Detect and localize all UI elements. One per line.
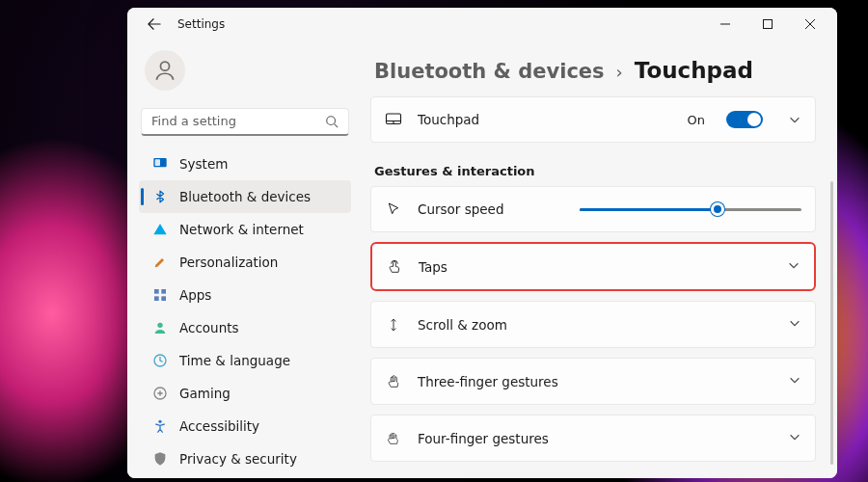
setting-row-scroll-zoom[interactable]: Scroll & zoom	[370, 301, 816, 348]
cursor-speed-slider[interactable]	[580, 201, 801, 217]
chevron-down-icon	[787, 257, 800, 276]
svg-rect-6	[161, 289, 166, 294]
setting-row-label: Cursor speed	[418, 201, 503, 217]
maximize-button[interactable]	[746, 10, 789, 39]
tap-icon	[386, 258, 403, 276]
setting-row-label: Three-finger gestures	[418, 374, 558, 389]
touchpad-icon	[385, 111, 402, 128]
back-arrow-icon	[148, 17, 161, 31]
setting-row-label: Four-finger gestures	[418, 431, 549, 446]
search-input[interactable]	[141, 108, 349, 136]
touchpad-toggle-label: Touchpad	[418, 112, 479, 127]
person-silhouette-icon	[152, 58, 177, 83]
minimize-button[interactable]	[704, 10, 746, 39]
sidebar-item-label: Gaming	[179, 386, 231, 401]
breadcrumb-parent[interactable]: Bluetooth & devices	[374, 60, 605, 83]
chevron-down-icon	[788, 429, 801, 447]
svg-rect-4	[155, 159, 160, 166]
scroll-icon	[385, 316, 402, 334]
person-icon	[152, 320, 168, 335]
close-icon	[805, 19, 815, 29]
content-pane: Bluetooth & devices › Touchpad Touchpad …	[363, 40, 837, 478]
sidebar-item-accessibility[interactable]: Accessibility	[139, 410, 351, 442]
titlebar: Settings	[127, 8, 837, 40]
section-heading: Gestures & interaction	[370, 148, 816, 186]
back-button[interactable]	[141, 11, 168, 38]
touchpad-toggle-card[interactable]: Touchpad On	[370, 96, 816, 143]
chevron-down-icon	[788, 113, 801, 126]
window-title: Settings	[177, 17, 225, 31]
sidebar-item-personalization[interactable]: Personalization	[139, 246, 351, 279]
sidebar-item-network-internet[interactable]: Network & internet	[139, 213, 351, 246]
sidebar-item-time-language[interactable]: Time & language	[139, 344, 351, 377]
wifi-icon	[152, 222, 168, 237]
sidebar-item-label: Accounts	[179, 320, 239, 335]
svg-rect-7	[154, 296, 159, 301]
breadcrumb: Bluetooth & devices › Touchpad	[370, 52, 816, 96]
sidebar-item-label: Accessibility	[179, 418, 259, 434]
settings-rows: Cursor speedTapsScroll & zoomThree-finge…	[370, 186, 816, 468]
svg-rect-0	[764, 20, 773, 29]
sidebar-item-label: Privacy & security	[179, 451, 297, 467]
paintbrush-icon	[152, 254, 168, 270]
maximize-icon	[763, 19, 773, 29]
search-icon	[325, 115, 339, 128]
breadcrumb-separator-icon: ›	[616, 62, 623, 82]
sidebar-item-accounts[interactable]: Accounts	[139, 311, 351, 344]
minimize-icon	[720, 19, 730, 29]
setting-row-four-finger-gestures[interactable]: Four-finger gestures	[370, 415, 816, 462]
sidebar-item-label: System	[179, 156, 228, 172]
sidebar-item-label: Apps	[179, 287, 211, 303]
gaming-icon	[152, 386, 168, 401]
four-finger-icon	[385, 430, 402, 447]
settings-window: Settings SystemBluetooth & devicesNetwor…	[127, 8, 837, 478]
svg-point-12	[158, 419, 161, 422]
bluetooth-icon	[152, 189, 168, 204]
sidebar-item-bluetooth-devices[interactable]: Bluetooth & devices	[139, 180, 351, 213]
sidebar-item-label: Network & internet	[179, 222, 304, 237]
chevron-down-icon	[788, 372, 801, 390]
svg-point-2	[327, 117, 336, 125]
sidebar-item-apps[interactable]: Apps	[139, 279, 351, 311]
close-button[interactable]	[789, 10, 831, 39]
chevron-down-icon	[788, 315, 801, 334]
setting-row-taps[interactable]: Taps	[370, 242, 816, 291]
display-icon	[152, 156, 168, 172]
toggle-state-label: On	[688, 113, 705, 127]
svg-point-1	[160, 62, 169, 70]
user-avatar[interactable]	[145, 50, 185, 91]
three-finger-icon	[385, 373, 402, 390]
svg-rect-8	[161, 296, 166, 301]
cursor-icon	[385, 201, 402, 218]
svg-point-9	[157, 322, 162, 327]
setting-row-label: Scroll & zoom	[418, 317, 507, 333]
sidebar-item-gaming[interactable]: Gaming	[139, 377, 351, 410]
clock-globe-icon	[152, 353, 168, 368]
sidebar-item-privacy-security[interactable]: Privacy & security	[139, 442, 351, 467]
search-field[interactable]	[151, 114, 325, 128]
nav-list: SystemBluetooth & devicesNetwork & inter…	[139, 144, 351, 467]
shield-icon	[152, 451, 168, 467]
setting-row-label: Taps	[419, 259, 448, 275]
sidebar: SystemBluetooth & devicesNetwork & inter…	[127, 40, 363, 478]
sidebar-item-label: Time & language	[179, 353, 290, 368]
scrollbar[interactable]	[830, 181, 833, 465]
accessibility-icon	[152, 418, 168, 434]
setting-row-cursor-speed[interactable]: Cursor speed	[370, 186, 816, 232]
sidebar-item-label: Bluetooth & devices	[179, 189, 311, 204]
sidebar-item-label: Personalization	[179, 254, 278, 270]
touchpad-toggle-switch[interactable]	[726, 111, 763, 128]
svg-rect-5	[154, 289, 159, 294]
sidebar-item-system[interactable]: System	[139, 147, 351, 180]
breadcrumb-current: Touchpad	[635, 58, 753, 83]
apps-icon	[152, 287, 168, 303]
setting-row-three-finger-gestures[interactable]: Three-finger gestures	[370, 358, 816, 405]
